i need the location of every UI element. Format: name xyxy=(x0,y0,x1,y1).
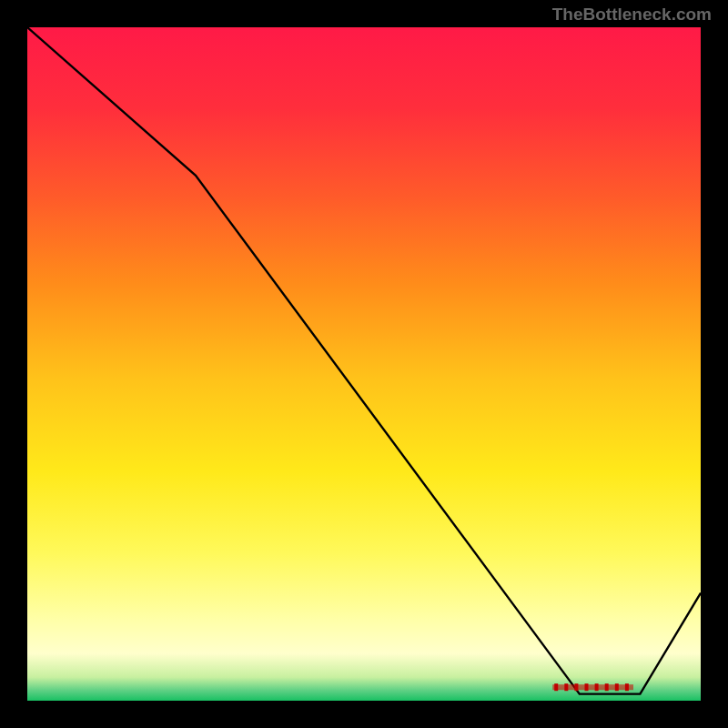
marker-label xyxy=(552,683,633,691)
chart-container: TheBottleneck.com xyxy=(0,0,728,728)
watermark-text: TheBottleneck.com xyxy=(552,5,712,25)
svg-rect-8 xyxy=(625,683,629,691)
svg-rect-3 xyxy=(574,683,578,691)
svg-rect-1 xyxy=(554,683,558,691)
svg-rect-6 xyxy=(605,683,609,691)
chart-svg xyxy=(27,27,701,701)
gradient-background xyxy=(27,27,701,701)
svg-rect-4 xyxy=(585,683,589,691)
svg-rect-2 xyxy=(564,683,568,691)
svg-rect-5 xyxy=(595,683,599,691)
plot-area xyxy=(27,27,701,701)
svg-rect-7 xyxy=(615,683,619,691)
